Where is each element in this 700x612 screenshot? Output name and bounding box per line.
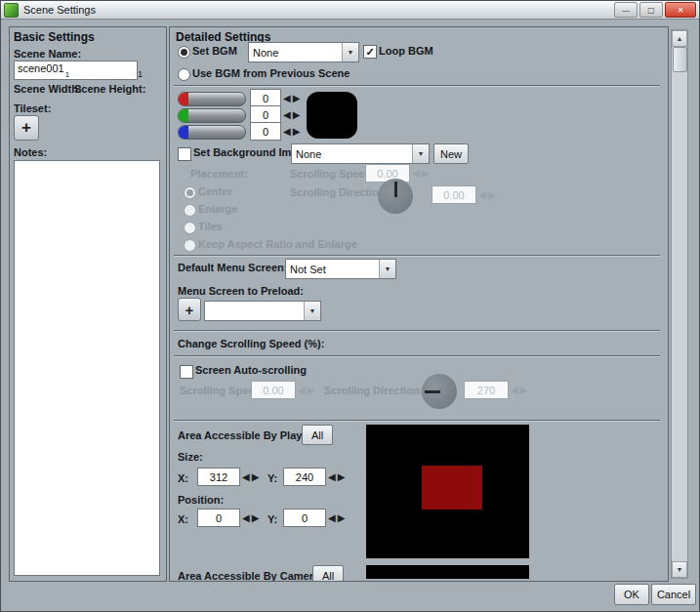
loop-bgm-checkbox[interactable]: ✓ xyxy=(363,45,377,59)
increment-icon: ▶ xyxy=(488,190,496,200)
blue-channel-spinner[interactable]: 0 ◀ ▶ xyxy=(250,123,300,140)
size-y-spinner[interactable]: 240 ◀ ▶ xyxy=(283,469,345,485)
green-channel-icon xyxy=(179,109,188,122)
decrement-icon[interactable]: ◀ xyxy=(328,472,336,482)
vertical-scrollbar[interactable]: ▲ ▼ xyxy=(671,29,688,579)
scrollbar-thumb[interactable] xyxy=(673,47,687,72)
use-bgm-prev-label: Use BGM from Previous Scene xyxy=(192,67,350,79)
increment-icon[interactable]: ▶ xyxy=(338,472,346,482)
size-x-label: X: xyxy=(178,472,188,484)
bg-scroll-dir-value: 0.00 xyxy=(432,185,476,204)
camera-area-all-button[interactable]: All xyxy=(312,565,344,582)
titlebar[interactable]: Scene Settings — ▢ ✕ xyxy=(1,1,699,20)
separator xyxy=(174,85,660,86)
scroll-up-icon[interactable]: ▲ xyxy=(672,30,687,47)
auto-scroll-checkbox[interactable] xyxy=(180,365,193,379)
chevron-down-icon[interactable]: ▼ xyxy=(304,302,320,320)
decrement-icon[interactable]: ◀ xyxy=(328,513,336,523)
scene-name-outside-digit: 1 xyxy=(138,69,143,79)
increment-icon[interactable]: ▶ xyxy=(293,110,301,120)
ok-button[interactable]: OK xyxy=(614,584,649,605)
dial-needle-icon xyxy=(394,182,397,197)
close-button[interactable]: ✕ xyxy=(665,2,696,18)
size-y-label: Y: xyxy=(268,472,277,484)
blue-channel-value[interactable]: 0 xyxy=(250,122,281,141)
cancel-button[interactable]: Cancel xyxy=(651,584,696,605)
blue-channel-slider[interactable] xyxy=(178,125,246,140)
placement-center-radio xyxy=(184,186,196,199)
auto-scroll-label: Screen Auto-scrolling xyxy=(195,364,307,376)
pos-y-label: Y: xyxy=(268,513,277,525)
notes-textarea[interactable] xyxy=(14,160,160,576)
decrement-icon[interactable]: ◀ xyxy=(283,127,291,137)
add-preload-menu-button[interactable]: + xyxy=(178,298,201,321)
bgm-dropdown[interactable]: None ▼ xyxy=(248,42,359,62)
pos-x-label: X: xyxy=(178,513,188,525)
increment-icon[interactable]: ▶ xyxy=(293,127,301,137)
set-bgm-label: Set BGM xyxy=(192,45,237,57)
separator xyxy=(174,255,660,256)
red-channel-slider[interactable] xyxy=(178,92,246,106)
bgm-dropdown-value: None xyxy=(249,47,342,59)
player-area-label: Area Accessible By Player xyxy=(178,429,312,441)
placement-enlarge-radio xyxy=(184,204,196,217)
increment-icon[interactable]: ▶ xyxy=(252,472,260,482)
pos-y-spinner[interactable]: 0 ◀ ▶ xyxy=(283,510,345,526)
use-bgm-prev-radio[interactable] xyxy=(178,68,190,81)
scene-name-input[interactable]: scene001 1 xyxy=(14,61,138,80)
size-x-spinner[interactable]: 312 ◀ ▶ xyxy=(197,469,259,485)
bg-image-dropdown-value: None xyxy=(292,148,412,160)
red-channel-spinner[interactable]: 0 ◀ ▶ xyxy=(250,90,300,106)
auto-scroll-dir-label: Scrolling Direction: xyxy=(324,385,423,396)
bg-scroll-direction-dial xyxy=(378,179,413,214)
app-icon xyxy=(4,3,19,18)
separator xyxy=(174,330,660,331)
size-y-value[interactable]: 240 xyxy=(283,468,326,486)
set-bgm-radio[interactable] xyxy=(178,46,190,59)
decrement-icon[interactable]: ◀ xyxy=(242,472,250,482)
decrement-icon[interactable]: ◀ xyxy=(283,110,291,120)
decrement-icon[interactable]: ◀ xyxy=(283,94,291,103)
placement-keep-aspect-radio xyxy=(184,239,196,252)
increment-icon[interactable]: ▶ xyxy=(293,94,301,103)
add-tileset-button[interactable]: + xyxy=(14,115,39,141)
set-bg-image-checkbox[interactable] xyxy=(178,147,191,161)
placement-tiles-label: Tiles xyxy=(198,221,223,232)
player-area-all-button[interactable]: All xyxy=(302,425,333,445)
default-menu-dropdown[interactable]: Not Set ▼ xyxy=(285,259,396,279)
placement-enlarge-label: Enlarge xyxy=(198,203,237,215)
new-bg-image-button[interactable]: New xyxy=(433,143,469,164)
auto-scroll-dir-spinner: 270 ◀ ▶ xyxy=(464,382,527,398)
decrement-icon[interactable]: ◀ xyxy=(242,513,250,523)
scroll-down-icon[interactable]: ▼ xyxy=(672,561,687,578)
increment-icon[interactable]: ▶ xyxy=(338,513,346,523)
placement-center-label: Center xyxy=(198,185,232,197)
minimize-button[interactable]: — xyxy=(614,2,638,18)
placement-keep-aspect-label: Keep Aspect Ratio and Enlarge xyxy=(198,238,357,250)
size-x-value[interactable]: 312 xyxy=(197,468,240,486)
increment-icon[interactable]: ▶ xyxy=(252,513,260,523)
pos-y-value[interactable]: 0 xyxy=(283,509,326,527)
chevron-down-icon[interactable]: ▼ xyxy=(412,144,429,163)
size-label: Size: xyxy=(178,451,203,463)
increment-icon: ▶ xyxy=(520,386,528,395)
placement-tiles-radio xyxy=(184,222,196,234)
pos-x-value[interactable]: 0 xyxy=(197,509,240,527)
maximize-button[interactable]: ▢ xyxy=(639,2,663,18)
scene-height-label: Scene Height: xyxy=(74,83,145,95)
green-channel-slider[interactable] xyxy=(178,108,246,123)
loop-bgm-label: Loop BGM xyxy=(379,45,433,57)
placement-label: Placement: xyxy=(190,168,248,180)
preload-menu-dropdown[interactable]: ▼ xyxy=(204,301,321,321)
default-menu-label: Default Menu Screen: xyxy=(178,262,287,273)
pos-x-spinner[interactable]: 0 ◀ ▶ xyxy=(197,510,259,526)
separator xyxy=(174,420,660,421)
scene-name-cursor-digit: 1 xyxy=(65,70,69,79)
chevron-down-icon[interactable]: ▼ xyxy=(379,260,395,278)
bg-image-dropdown[interactable]: None ▼ xyxy=(291,143,430,164)
window-title: Scene Settings xyxy=(23,4,96,16)
auto-scroll-speed-spinner: 0.00 ◀ ▶ xyxy=(251,382,314,398)
chevron-down-icon[interactable]: ▼ xyxy=(342,43,358,61)
red-channel-icon xyxy=(179,93,188,105)
green-channel-spinner[interactable]: 0 ◀ ▶ xyxy=(250,106,300,123)
